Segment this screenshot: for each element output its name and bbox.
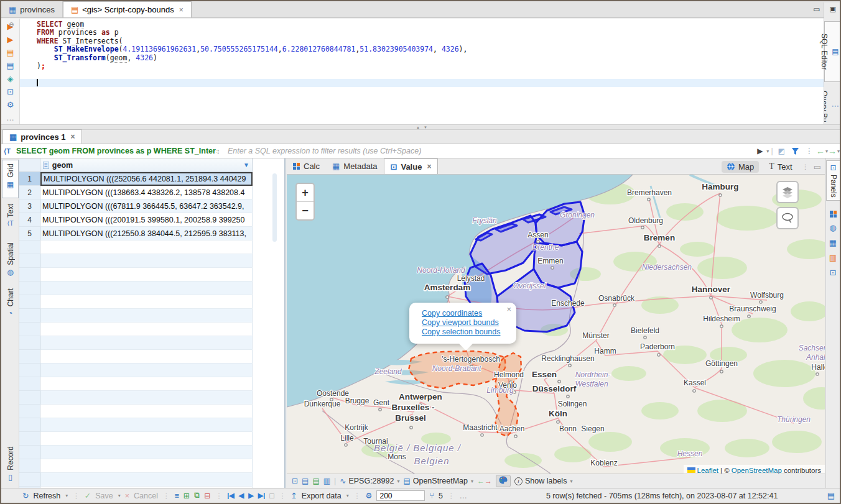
first-row-icon[interactable]: |◀ <box>227 492 235 500</box>
sort-desc-icon[interactable]: ▼ <box>243 162 249 168</box>
grouping-panel-icon[interactable]: ▥ <box>829 253 837 262</box>
table-row[interactable] <box>19 473 286 487</box>
minimize-icon[interactable]: ▭ <box>813 5 820 14</box>
swap-coords-icon[interactable]: ←→ <box>477 477 492 485</box>
tab-value[interactable]: ⊡ Value × <box>384 158 439 174</box>
more-icon[interactable]: … <box>6 114 14 122</box>
forward-icon[interactable]: → <box>828 146 837 156</box>
cancel-button[interactable]: Cancel <box>134 492 158 500</box>
focus-row-icon[interactable]: □ <box>269 492 274 500</box>
console-icon[interactable]: ⊡ <box>7 88 14 96</box>
ai-assist-icon[interactable]: ◈ <box>7 75 14 83</box>
metadata-panel-icon[interactable]: ▦ <box>829 238 837 247</box>
popup-link-copy-viewport-bounds[interactable]: Copy viewport bounds <box>422 318 511 328</box>
popup-link-copy-coordinates[interactable]: Copy coordinates <box>422 309 511 318</box>
table-row[interactable] <box>19 268 286 282</box>
geom-cell[interactable] <box>40 405 253 418</box>
leaflet-link[interactable]: Leaflet <box>697 467 719 474</box>
geom-cell[interactable] <box>40 254 253 268</box>
row-number[interactable] <box>19 391 40 405</box>
geom-cell[interactable]: MULTIPOLYGON (((200191.5 399580.1, 20025… <box>40 213 253 227</box>
table-row[interactable] <box>19 295 286 309</box>
layers-button[interactable] <box>776 181 799 203</box>
export-data-button[interactable]: Export data <box>302 492 342 500</box>
table-row[interactable] <box>19 418 286 432</box>
table-row[interactable] <box>19 309 286 323</box>
fetch-settings-gear-icon[interactable]: ⚙ <box>365 491 372 500</box>
table-row[interactable] <box>19 254 286 268</box>
export-menu-icon[interactable]: ▾ <box>346 493 349 498</box>
row-number[interactable] <box>19 473 40 487</box>
sql-line[interactable]: SELECT geom <box>37 21 825 29</box>
geom-cell[interactable]: MULTIPOLYGON (((252056.6 442081.1, 25189… <box>40 172 253 186</box>
empty-line[interactable] <box>37 70 825 78</box>
row-number[interactable] <box>19 377 40 391</box>
geom-cell[interactable] <box>40 432 253 446</box>
grid-corner[interactable] <box>19 158 40 172</box>
tab-text[interactable]: Text ⟨T <box>2 201 19 237</box>
geom-cell[interactable] <box>40 377 253 391</box>
tab-metadata[interactable]: ▦ Metadata <box>326 158 384 174</box>
calc-panel-icon[interactable] <box>830 206 837 218</box>
row-number[interactable] <box>19 432 40 446</box>
explain-plan-icon[interactable]: ▤ <box>6 62 14 70</box>
zoom-out-button[interactable]: − <box>297 202 314 219</box>
table-row[interactable] <box>19 391 286 405</box>
crs-selector[interactable]: ∿ EPSG:28992 ▾ <box>340 477 399 485</box>
tab-script-copy-bounds[interactable]: ▤ <gis> Script-copy-bounds × <box>63 1 192 17</box>
table-row[interactable] <box>19 405 286 418</box>
filter-history-icon[interactable]: ▾ <box>766 149 769 154</box>
print-icon[interactable]: ▥ <box>323 477 330 485</box>
geom-cell[interactable] <box>40 459 253 473</box>
zoom-in-button[interactable]: + <box>297 184 314 202</box>
geom-cell[interactable] <box>40 446 253 459</box>
apply-filter-icon[interactable]: ▶ <box>757 147 763 155</box>
table-row[interactable] <box>19 364 286 377</box>
back-icon[interactable]: ← <box>816 146 825 156</box>
execute-new-tab-icon[interactable]: ▶ <box>7 35 14 44</box>
fetch-size-input[interactable] <box>376 490 425 501</box>
close-icon[interactable]: × <box>179 6 184 14</box>
tab-grid[interactable]: Grid ▦ <box>2 160 19 198</box>
tab-record[interactable]: Record ▯ <box>2 443 19 487</box>
filter-input[interactable]: Enter a SQL expression to filter results… <box>228 147 754 155</box>
table-row[interactable] <box>19 323 286 336</box>
row-number[interactable]: 5 <box>19 227 40 241</box>
gear-icon[interactable]: ⚙ <box>7 101 14 109</box>
row-number[interactable]: 1 <box>19 172 40 186</box>
close-icon[interactable]: × <box>427 162 431 171</box>
table-row[interactable]: 4MULTIPOLYGON (((200191.5 399580.1, 2002… <box>19 213 286 227</box>
row-number[interactable] <box>19 336 40 350</box>
sql-line[interactable]: ST_Transform(geom, 4326) <box>37 54 825 62</box>
save-menu-icon[interactable]: ▾ <box>118 493 121 498</box>
text-view-button[interactable]: T Text <box>764 160 797 173</box>
collapse-up-icon[interactable]: ▲ <box>416 126 420 129</box>
value-viewer-panel-icon[interactable]: ⊡ <box>830 268 837 277</box>
row-number[interactable] <box>19 268 40 282</box>
splitter-grip[interactable]: ▲ ▼ <box>404 125 439 130</box>
previous-row-icon[interactable]: ◀ <box>239 492 244 500</box>
row-number[interactable] <box>19 350 40 364</box>
leaflet-map[interactable]: HamburgBremerhavenOldenburgBremenNieders… <box>287 175 825 475</box>
table-row[interactable] <box>19 241 286 254</box>
fetch-segment-icon[interactable]: ⑂ <box>429 492 434 500</box>
duplicate-row-icon[interactable]: ⧉ <box>194 491 200 500</box>
geom-cell[interactable] <box>40 241 253 254</box>
references-panel-icon[interactable]: ◍ <box>829 223 836 232</box>
eraser-icon[interactable]: ◩ <box>778 147 785 155</box>
geom-cell[interactable] <box>40 473 253 487</box>
table-row[interactable]: 3MULTIPOLYGON (((67811.9 366445.5, 63647… <box>19 199 286 213</box>
minimize-panel-icon[interactable]: ▭ <box>814 162 821 172</box>
refresh-menu-icon[interactable]: ▾ <box>65 493 68 498</box>
map-view-button[interactable]: Map <box>722 161 759 173</box>
panel-menu-icon[interactable]: ⋮ <box>802 163 809 170</box>
row-number[interactable] <box>19 418 40 432</box>
tab-provinces[interactable]: ▦ provinces <box>1 1 63 17</box>
sql-line[interactable]: ST_MakeEnvelope(4.191136961962631,50.750… <box>37 45 825 53</box>
geom-cell[interactable] <box>40 295 253 309</box>
geom-cell[interactable] <box>40 336 253 350</box>
table-row[interactable] <box>19 459 286 473</box>
table-row[interactable] <box>19 432 286 446</box>
geom-cell[interactable]: MULTIPOLYGON (((138663.4 438326.2, 13857… <box>40 186 253 199</box>
row-number[interactable] <box>19 459 40 473</box>
